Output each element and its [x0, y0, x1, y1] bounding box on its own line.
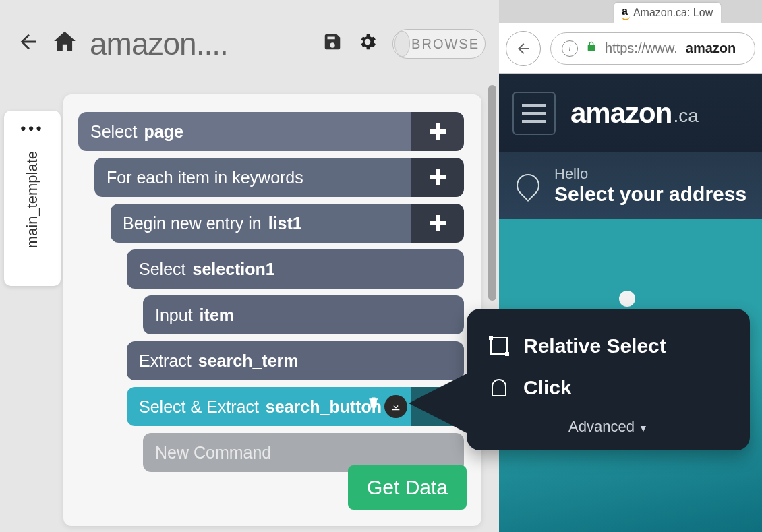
context-item-label: Click [523, 376, 572, 399]
mode-toggle[interactable]: BROWSE [392, 29, 486, 59]
context-item-label: Relative Select [523, 334, 666, 357]
add-command-icon[interactable] [411, 158, 464, 197]
tab-menu-icon[interactable]: ••• [20, 120, 44, 138]
url-field[interactable]: i https://www.amazon [550, 32, 755, 65]
command-arg: search_button [266, 397, 382, 417]
command-arg: item [200, 305, 234, 325]
browser-tab-title: Amazon.ca: Low [633, 7, 713, 19]
logo-tld: .ca [673, 105, 698, 127]
back-icon[interactable] [17, 29, 40, 59]
click-icon [488, 377, 510, 398]
home-icon[interactable] [52, 28, 78, 60]
command-arg: search_term [198, 351, 299, 371]
lock-icon [586, 40, 597, 56]
template-tab[interactable]: ••• main_template [4, 111, 61, 286]
address-hello: Hello [554, 165, 588, 182]
command-label: New Command [155, 443, 271, 463]
amazon-favicon-icon: a [622, 5, 628, 20]
amazon-logo[interactable]: amazon .ca [570, 97, 699, 129]
command-label: For each item in keywords [107, 168, 303, 187]
hamburger-icon[interactable] [512, 92, 556, 135]
command-label: Select [90, 122, 137, 142]
add-command-icon[interactable] [411, 112, 464, 151]
context-advanced[interactable]: Advanced ▼ [483, 409, 734, 440]
context-relative-select[interactable]: Relative Select [483, 325, 734, 367]
add-command-icon[interactable] [411, 204, 464, 243]
url-prefix: https://www. [605, 40, 678, 56]
browser-tab[interactable]: a Amazon.ca: Low [614, 3, 721, 23]
site-info-icon[interactable]: i [562, 40, 578, 57]
scrollbar[interactable] [488, 85, 496, 301]
command-label: Input [155, 305, 193, 325]
command-row[interactable]: Selectselection1 [127, 249, 464, 289]
trash-icon[interactable] [367, 395, 380, 418]
command-row[interactable]: Begin new entry inlist1 [111, 204, 464, 243]
command-row[interactable]: For each item in keywords [94, 158, 464, 197]
command-label: Begin new entry in [123, 214, 262, 233]
site-address-bar[interactable]: Hello Select your address [499, 152, 762, 219]
location-pin-icon [512, 169, 544, 202]
context-click[interactable]: Click [483, 367, 734, 409]
relative-select-icon [488, 335, 510, 357]
command-label: Extract [139, 351, 192, 371]
context-advanced-label: Advanced [568, 418, 635, 435]
site-header: amazon .ca [499, 74, 762, 152]
header: amazon.... BROWSE [0, 13, 499, 74]
command-label: Select [139, 260, 185, 279]
url-host: amazon [686, 40, 736, 56]
command-arg: selection1 [192, 260, 274, 279]
command-label: Select & Extract [139, 397, 259, 417]
command-row[interactable]: Inputitem [143, 295, 464, 334]
tool-pane: amazon.... BROWSE ••• main_template Sele… [0, 0, 499, 532]
chevron-down-icon: ▼ [639, 423, 648, 434]
get-data-button[interactable]: Get Data [348, 465, 467, 510]
download-icon[interactable] [384, 395, 407, 418]
command-actions [367, 395, 407, 418]
gear-icon[interactable] [357, 32, 378, 57]
toggle-label: BROWSE [411, 36, 485, 52]
command-card: SelectpageFor each item in keywordsBegin… [63, 94, 481, 526]
browser-tab-bar: a Amazon.ca: Low [499, 0, 762, 23]
decorative-dot [619, 291, 635, 307]
toggle-knob [394, 31, 410, 57]
command-arg: list1 [268, 214, 302, 233]
logo-word: amazon [570, 97, 672, 129]
url-bar: i https://www.amazon [499, 23, 762, 74]
command-row[interactable]: Selectpage [78, 112, 464, 151]
page-title: amazon.... [90, 26, 322, 62]
save-icon[interactable] [322, 32, 343, 57]
address-select: Select your address [554, 183, 746, 205]
browser-back-icon[interactable] [506, 31, 541, 66]
context-menu: Relative Select Click Advanced ▼ [467, 309, 750, 450]
command-arg: page [144, 122, 183, 142]
template-tab-label: main_template [24, 151, 41, 248]
browser-pane: a Amazon.ca: Low i https://www.amazon am… [499, 0, 762, 532]
